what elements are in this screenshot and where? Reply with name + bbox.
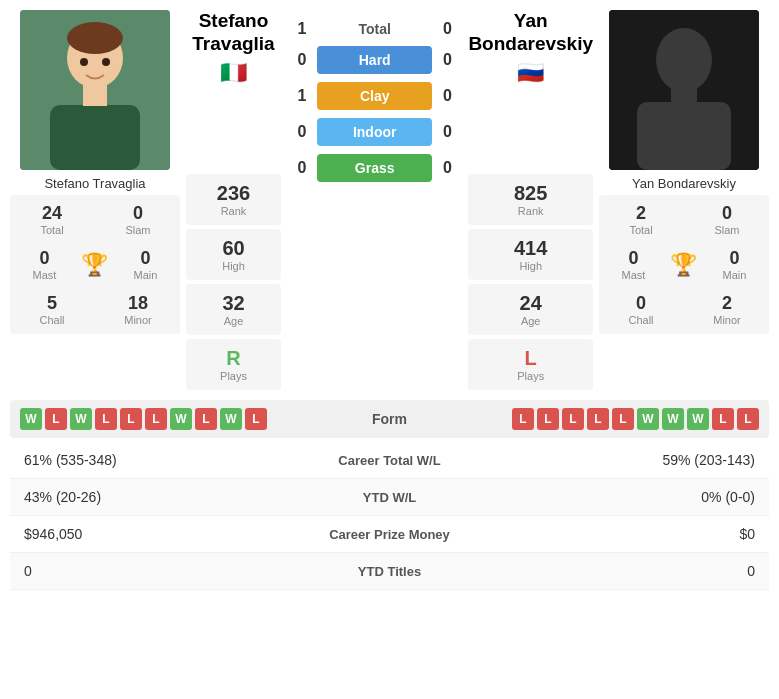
ytd-wl-right: 0% (0-0) — [490, 489, 756, 505]
main-container: Stefano Travaglia 24 Total 0 Slam 0 Ma — [0, 0, 779, 590]
prize-money-left: $946,050 — [24, 526, 290, 542]
hard-row: 0 Hard 0 — [287, 46, 462, 74]
left-slam-label: Slam — [125, 224, 150, 236]
svg-rect-9 — [637, 102, 731, 170]
left-chall-value: 5 — [47, 293, 57, 314]
form-badge: W — [70, 408, 92, 430]
left-high-label: High — [192, 260, 275, 272]
left-age-label: Age — [192, 315, 275, 327]
right-plays-value: L — [474, 347, 587, 370]
left-mast-cell: 0 Mast — [33, 244, 57, 285]
clay-right-score: 0 — [432, 87, 462, 105]
left-form-badges: WLWLLLWLWL — [20, 408, 267, 430]
right-rank-label: Rank — [474, 205, 587, 217]
left-minor-value: 18 — [128, 293, 148, 314]
right-form-badges: LLLLLWWWLL — [512, 408, 759, 430]
prize-money-row: $946,050 Career Prize Money $0 — [10, 516, 769, 553]
surface-center: 1 Total 0 0 Hard 0 1 Clay 0 0 Indoor 0 — [287, 10, 462, 390]
form-badge: L — [737, 408, 759, 430]
left-plays-value: R — [192, 347, 275, 370]
total-left-score: 1 — [287, 20, 317, 38]
form-badge: L — [562, 408, 584, 430]
right-minor-value: 2 — [722, 293, 732, 314]
grass-left-score: 0 — [287, 159, 317, 177]
indoor-row: 0 Indoor 0 — [287, 118, 462, 146]
right-total-value: 2 — [636, 203, 646, 224]
clay-left-score: 1 — [287, 87, 317, 105]
right-minor-cell: 2 Minor — [685, 289, 769, 330]
left-slam-value: 0 — [133, 203, 143, 224]
left-main-cell: 0 Main — [134, 244, 158, 285]
ytd-titles-right: 0 — [490, 563, 756, 579]
left-main-label: Main — [134, 269, 158, 281]
form-badge: L — [45, 408, 67, 430]
stats-table: 61% (535-348) Career Total W/L 59% (203-… — [10, 442, 769, 590]
left-mast-value: 0 — [39, 248, 49, 269]
left-main-value: 0 — [140, 248, 150, 269]
left-total-cell: 24 Total — [10, 199, 94, 240]
career-wl-left: 61% (535-348) — [24, 452, 290, 468]
right-player-name: Yan Bondarevskiy — [632, 176, 736, 191]
top-section: Stefano Travaglia 24 Total 0 Slam 0 Ma — [0, 0, 779, 390]
left-player-panel: Stefano Travaglia 24 Total 0 Slam 0 Ma — [10, 10, 180, 390]
right-mast-cell: 0 Mast — [622, 244, 646, 285]
grass-row: 0 Grass 0 — [287, 154, 462, 182]
right-age-value: 24 — [474, 292, 587, 315]
left-rank-label: Rank — [192, 205, 275, 217]
left-total-label: Total — [40, 224, 63, 236]
right-plays-label: Plays — [474, 370, 587, 382]
right-total-cell: 2 Total — [599, 199, 683, 240]
form-badge: L — [512, 408, 534, 430]
left-flag: 🇮🇹 — [220, 60, 247, 86]
ytd-wl-label: YTD W/L — [290, 490, 490, 505]
right-stats-col: YanBondarevskiy 🇷🇺 825 Rank 414 High 24 … — [468, 10, 593, 390]
indoor-right-score: 0 — [432, 123, 462, 141]
right-name-header: YanBondarevskiy — [468, 10, 593, 56]
left-name-header: StefanoTravaglia — [192, 10, 274, 56]
indoor-left-score: 0 — [287, 123, 317, 141]
form-section: WLWLLLWLWL Form LLLLLWWWLL — [10, 400, 769, 438]
total-row: 1 Total 0 — [287, 20, 462, 38]
form-badge: W — [220, 408, 242, 430]
right-chall-label: Chall — [628, 314, 653, 326]
ytd-titles-row: 0 YTD Titles 0 — [10, 553, 769, 590]
right-mast-value: 0 — [628, 248, 638, 269]
hard-left-score: 0 — [287, 51, 317, 69]
svg-point-6 — [102, 58, 110, 66]
form-badge: L — [245, 408, 267, 430]
form-badge: L — [612, 408, 634, 430]
left-chall-label: Chall — [39, 314, 64, 326]
form-badge: L — [145, 408, 167, 430]
grass-right-score: 0 — [432, 159, 462, 177]
left-total-value: 24 — [42, 203, 62, 224]
form-badge: L — [195, 408, 217, 430]
left-player-photo — [20, 10, 170, 170]
right-rank-value: 825 — [474, 182, 587, 205]
right-main-cell: 0 Main — [723, 244, 747, 285]
form-badge: L — [95, 408, 117, 430]
right-minor-label: Minor — [713, 314, 741, 326]
right-high-value: 414 — [474, 237, 587, 260]
hard-right-score: 0 — [432, 51, 462, 69]
career-wl-right: 59% (203-143) — [490, 452, 756, 468]
right-player-panel: Yan Bondarevskiy 2 Total 0 Slam 0 Mast — [599, 10, 769, 390]
right-chall-value: 0 — [636, 293, 646, 314]
right-slam-cell: 0 Slam — [685, 199, 769, 240]
left-minor-cell: 18 Minor — [96, 289, 180, 330]
left-mast-label: Mast — [33, 269, 57, 281]
career-wl-row: 61% (535-348) Career Total W/L 59% (203-… — [10, 442, 769, 479]
ytd-titles-left: 0 — [24, 563, 290, 579]
indoor-badge: Indoor — [317, 118, 432, 146]
right-slam-label: Slam — [714, 224, 739, 236]
ytd-wl-row: 43% (20-26) YTD W/L 0% (0-0) — [10, 479, 769, 516]
svg-point-2 — [67, 22, 123, 54]
form-badge: L — [712, 408, 734, 430]
clay-row: 1 Clay 0 — [287, 82, 462, 110]
form-badge: L — [120, 408, 142, 430]
right-flag: 🇷🇺 — [517, 60, 544, 86]
right-main-value: 0 — [729, 248, 739, 269]
form-badge: W — [662, 408, 684, 430]
left-chall-cell: 5 Chall — [10, 289, 94, 330]
svg-rect-3 — [50, 105, 140, 170]
form-badge: W — [20, 408, 42, 430]
